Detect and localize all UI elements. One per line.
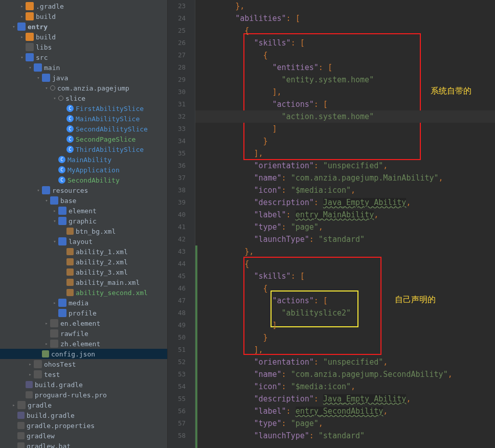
tree-item[interactable]: build.gradle (0, 379, 167, 390)
tree-item[interactable]: ability_main.xml (0, 277, 167, 287)
code-line[interactable]: "action.system.home" (195, 110, 495, 123)
code-line[interactable]: } (195, 331, 495, 344)
chevron-right-icon[interactable]: ▸ (44, 341, 49, 346)
chevron-down-icon[interactable]: ▾ (36, 188, 41, 193)
code-line[interactable]: { (195, 282, 495, 295)
code-line[interactable]: } (195, 135, 495, 147)
code-line[interactable]: ], (195, 344, 495, 356)
code-line[interactable]: "skills": [ (195, 270, 495, 282)
code-line[interactable]: { (195, 25, 495, 37)
tree-item[interactable]: ▾main (0, 62, 167, 73)
tree-item[interactable]: ▾resources (0, 185, 167, 195)
tree-item[interactable]: ▾graphic (0, 216, 167, 226)
tree-item[interactable]: CMainAbilitySlice (0, 114, 167, 124)
tree-item[interactable]: CSecondAbility (0, 175, 167, 185)
code-line[interactable]: { (195, 49, 495, 61)
tree-item[interactable]: ▸build (0, 32, 167, 42)
tree-item[interactable]: gradlew.bat (0, 441, 167, 448)
code-line[interactable]: }, (195, 245, 495, 258)
code-line[interactable]: "description": Java_Empty Ability, (195, 196, 495, 209)
code-line[interactable]: "label": entry_MainAbility, (195, 209, 495, 221)
tree-item[interactable]: ability_3.xml (0, 267, 167, 277)
tree-item[interactable]: ▾base (0, 195, 167, 206)
tree-item[interactable]: ▸gradle (0, 400, 167, 410)
chevron-down-icon[interactable]: ▾ (36, 75, 41, 80)
tree-item[interactable]: CMyApplication (0, 165, 167, 175)
tree-item[interactable]: ▾layout (0, 236, 167, 247)
code-line[interactable]: "type": "page", (195, 417, 495, 430)
code-line[interactable]: "description": Java_Empty Ability, (195, 393, 495, 405)
tree-item[interactable]: gradle.properties (0, 420, 167, 431)
code-line[interactable]: }, (195, 0, 495, 12)
tree-item[interactable]: ▸test (0, 369, 167, 379)
code-line[interactable]: "type": "page", (195, 221, 495, 233)
chevron-right-icon[interactable]: ▸ (19, 14, 25, 19)
tree-item[interactable]: ▸element (0, 206, 167, 216)
tree-item[interactable]: ▾slice (0, 93, 167, 103)
tree-item[interactable]: btn_bg.xml (0, 226, 167, 236)
tree-item[interactable]: config.json (0, 349, 167, 359)
tree-item[interactable]: CThirdAbilitySlice (0, 144, 167, 154)
chevron-down-icon[interactable]: ▾ (52, 218, 57, 223)
tree-item[interactable]: CFirstAbilitySlice (0, 103, 167, 114)
code-line[interactable]: "label": entry_SecondAbility, (195, 405, 495, 417)
code-line[interactable]: "name": "com.anzia.pagejump.MainAbility"… (195, 172, 495, 184)
tree-item[interactable]: ▸en.element (0, 318, 167, 328)
tree-item[interactable]: ▸.gradle (0, 1, 167, 11)
chevron-right-icon[interactable]: ▸ (19, 4, 25, 9)
code-line[interactable]: "abilityslice2" (195, 307, 495, 319)
tree-item[interactable]: ▾src (0, 52, 167, 62)
tree-item[interactable]: ▾java (0, 73, 167, 83)
code-line[interactable]: "actions": [ (195, 98, 495, 110)
code-line[interactable]: "icon": "$media:icon", (195, 184, 495, 196)
tree-item[interactable]: ▸media (0, 298, 167, 308)
tree-item[interactable]: proguard-rules.pro (0, 390, 167, 400)
tree-item[interactable]: ability_2.xml (0, 257, 167, 267)
code-line[interactable]: ] (195, 319, 495, 331)
code-line[interactable]: "skills": [ (195, 37, 495, 49)
code-line[interactable]: ], (195, 86, 495, 98)
chevron-right-icon[interactable]: ▸ (28, 362, 33, 367)
chevron-down-icon[interactable]: ▾ (19, 55, 25, 60)
project-tree[interactable]: ▸.gradle▸build▾entry▸buildlibs▾src▾main▾… (0, 0, 168, 448)
chevron-down-icon[interactable]: ▾ (52, 96, 57, 101)
chevron-down-icon[interactable]: ▾ (44, 198, 49, 203)
chevron-down-icon[interactable]: ▾ (28, 65, 33, 70)
chevron-down-icon[interactable]: ▾ (44, 85, 49, 91)
tree-item[interactable]: ▾com.anzia.pagejump (0, 83, 167, 93)
code-line[interactable]: "actions": [ (195, 295, 495, 307)
tree-item[interactable]: build.gradle (0, 410, 167, 420)
code-line[interactable]: "launchType": "standard" (195, 430, 495, 442)
chevron-down-icon[interactable]: ▾ (11, 24, 16, 29)
code-line[interactable]: "entity.system.home" (195, 74, 495, 86)
chevron-right-icon[interactable]: ▸ (11, 402, 16, 408)
code-line[interactable]: "orientation": "unspecified", (195, 160, 495, 172)
tree-item[interactable]: ▾entry (0, 21, 167, 32)
code-line[interactable]: ] (195, 123, 495, 135)
chevron-right-icon[interactable]: ▸ (19, 34, 25, 39)
code-line[interactable]: ], (195, 147, 495, 160)
code-line[interactable]: { (195, 258, 495, 270)
code-line[interactable]: "launchType": "standard" (195, 233, 495, 245)
code-line[interactable]: "name": "com.anzia.pagejump.SecondAbilit… (195, 368, 495, 380)
code-line[interactable]: "entities": [ (195, 61, 495, 74)
tree-item[interactable]: libs (0, 42, 167, 52)
tree-item[interactable]: profile (0, 308, 167, 318)
tree-item[interactable]: ability_second.xml (0, 287, 167, 298)
code-line[interactable]: "orientation": "unspecified", (195, 356, 495, 368)
chevron-right-icon[interactable]: ▸ (28, 372, 33, 377)
tree-item[interactable]: CSecondAbilitySlice (0, 124, 167, 134)
tree-item[interactable]: ▸build (0, 11, 167, 21)
tree-item[interactable]: CMainAbility (0, 154, 167, 165)
tree-item[interactable]: rawfile (0, 328, 167, 339)
editor-code[interactable]: 系统自带的 自己声明的 }, "abilities": [ { "skills"… (195, 0, 495, 448)
tree-item[interactable]: ability_1.xml (0, 247, 167, 257)
code-line[interactable]: "icon": "$media:icon", (195, 380, 495, 393)
tree-item[interactable]: ▸ohosTest (0, 359, 167, 369)
tree-item[interactable]: gradlew (0, 431, 167, 441)
chevron-right-icon[interactable]: ▸ (52, 300, 57, 305)
tree-item[interactable]: CSecondPageSlice (0, 134, 167, 144)
code-line[interactable]: "abilities": [ (195, 12, 495, 25)
chevron-right-icon[interactable]: ▸ (52, 208, 57, 213)
chevron-down-icon[interactable]: ▾ (52, 239, 57, 244)
